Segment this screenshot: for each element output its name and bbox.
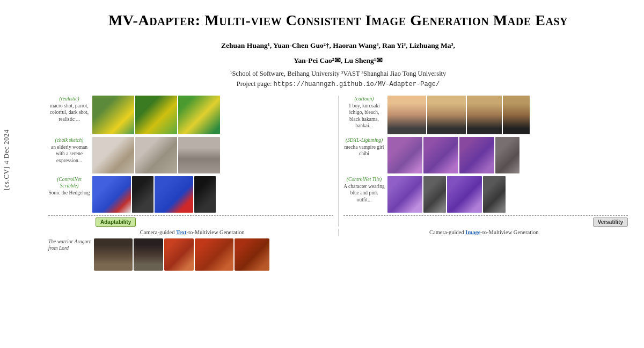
chibi-images (387, 137, 519, 173)
sonic-scribble-2 (194, 176, 216, 213)
warrior-images (94, 238, 269, 271)
anime-images (387, 96, 530, 134)
image-to-multiview-label: Camera-guided Image-to-Multiview Generat… (340, 229, 628, 235)
affiliations-text: ¹School of Software, Beihang University … (48, 70, 628, 78)
warrior-img-2 (134, 238, 163, 271)
controlnet-img-1 (387, 176, 422, 213)
versatility-badge: Versatility (593, 218, 628, 227)
warrior-caption: The warrior Aragorn from Lord (48, 238, 92, 252)
parrot-caption-text: macro shot, parrot, colorful, dark shot,… (50, 103, 89, 122)
image-highlight: Image (465, 229, 480, 235)
project-label: Project page: (237, 80, 272, 88)
sonic-img-2 (155, 176, 193, 213)
anime-img-3 (467, 96, 502, 134)
chibi-caption: (SDXL-Lightning) mecha vampire girl chib… (343, 137, 387, 157)
parrot-caption: (realistic) macro shot, parrot, colorful… (48, 96, 92, 122)
parrot-img-1 (92, 96, 134, 134)
warrior-img-3 (195, 238, 233, 271)
text-highlight: Text (176, 229, 186, 235)
text-to-multiview-section: (realistic) macro shot, parrot, colorful… (48, 96, 333, 227)
warrior-img-1 (94, 238, 133, 271)
controlnet-row: (ControlNet Tile) A character wearing bl… (343, 176, 628, 213)
sidebar-label: [cs.CV] 4 Dec 2024 (2, 158, 11, 190)
controlnet-caption: (ControlNet Tile) A character wearing bl… (343, 176, 387, 203)
anime-caption-text: 1 boy, kurosaki ichigo, bleach, black ha… (348, 103, 379, 128)
sonic-row: (ControlNet Scribble) Sonic the Hedgehog (48, 176, 333, 213)
adaptability-badge: Adaptability (96, 218, 136, 227)
sonic-img-1 (92, 176, 131, 213)
project-url[interactable]: https://huanngzh.github.io/MV-Adapter-Pa… (274, 81, 440, 88)
sonic-scribble-1 (132, 176, 153, 213)
chibi-style-tag: (SDXL-Lightning) (343, 137, 385, 143)
bust-img-2 (135, 137, 177, 173)
anime-img-2 (427, 96, 466, 134)
sonic-style-tag: (ControlNet Scribble) (48, 176, 90, 190)
bottom-labels-row: Camera-guided Text-to-Multiview Generati… (48, 229, 628, 236)
bust-img-1 (92, 137, 134, 173)
chibi-img-3 (459, 137, 494, 173)
authors-text-2: Yan-Pei Cao²✉, Lu Sheng¹✉ (294, 56, 383, 64)
project-link-line: Project page: https://huanngzh.github.io… (48, 80, 628, 88)
column-divider (338, 96, 339, 227)
authors-text-1: Zehuan Huang¹, Yuan-Chen Guo²†, Haoran W… (221, 41, 455, 49)
sonic-images (92, 176, 216, 213)
bust-row: (chalk sketch) an elderly woman with a s… (48, 137, 333, 173)
controlnet-style-tag: (ControlNet Tile) (343, 176, 385, 183)
controlnet-img-2 (447, 176, 482, 213)
warrior-img-4 (235, 238, 269, 271)
chibi-caption-text: mecha vampire girl chibi (345, 144, 384, 156)
controlnet-caption-text: A character wearing blue and pink outfit… (343, 184, 384, 202)
warrior-caption-text: The warrior Aragorn from Lord (48, 239, 92, 251)
bust-style-tag: (chalk sketch) (48, 137, 90, 143)
parrot-img-2 (135, 96, 177, 134)
chibi-img-1 (387, 137, 422, 173)
anime-img-1 (387, 96, 426, 134)
controlnet-img-ref2 (483, 176, 506, 213)
affiliations-span: ¹School of Software, Beihang University … (230, 70, 447, 77)
anime-caption: (cartoon) 1 boy, kurosaki ichigo, bleach… (343, 96, 387, 129)
parrot-row: (realistic) macro shot, parrot, colorful… (48, 96, 333, 134)
anime-img-4 (503, 96, 530, 134)
authors-line1: Zehuan Huang¹, Yuan-Chen Guo²†, Haoran W… (48, 40, 628, 52)
image-to-multiview-section: (cartoon) 1 boy, kurosaki ichigo, bleach… (343, 96, 628, 227)
parrot-img-3 (178, 96, 220, 134)
bust-images (92, 137, 220, 173)
chibi-row: (SDXL-Lightning) mecha vampire girl chib… (343, 137, 628, 173)
bust-img-3 (178, 137, 220, 173)
paper-title: MV-Adapter: Multi-view Consistent Image … (48, 11, 628, 30)
warrior-img-ref (164, 238, 194, 271)
title-text: MV-Adapter: Multi-view Consistent Image … (108, 12, 568, 28)
parrot-images (92, 96, 220, 134)
label-divider (338, 229, 339, 236)
authors-line2: Yan-Pei Cao²✉, Lu Sheng¹✉ (48, 55, 628, 67)
warrior-row: The warrior Aragorn from Lord (48, 238, 628, 271)
sonic-caption-text: Sonic the Hedgehog (48, 190, 90, 195)
anime-style-tag: (cartoon) (343, 96, 385, 102)
chibi-img-gray (495, 137, 519, 173)
controlnet-img-ref (423, 176, 446, 213)
text-to-multiview-label: Camera-guided Text-to-Multiview Generati… (48, 229, 336, 235)
controlnet-images (387, 176, 506, 213)
bust-caption-text: an elderly woman with a serene expressio… (51, 144, 87, 163)
sonic-caption: (ControlNet Scribble) Sonic the Hedgehog (48, 176, 92, 197)
bust-caption: (chalk sketch) an elderly woman with a s… (48, 137, 92, 164)
parrot-style-tag: (realistic) (48, 96, 90, 102)
chibi-img-2 (423, 137, 458, 173)
figure-area: (realistic) macro shot, parrot, colorful… (48, 96, 628, 271)
anime-row: (cartoon) 1 boy, kurosaki ichigo, bleach… (343, 96, 628, 134)
